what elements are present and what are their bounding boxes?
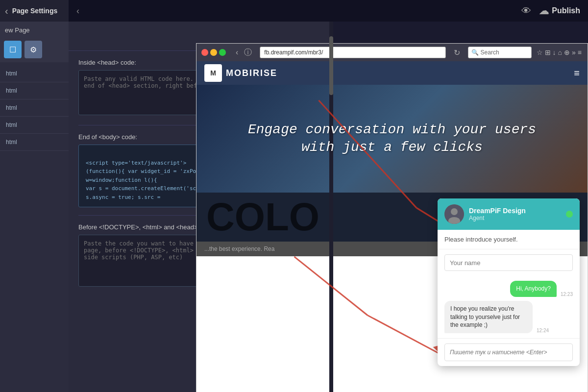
chat-header: DreamPiF Design Agent: [438, 198, 580, 230]
ps-scrollbar-thumb: [329, 36, 333, 95]
logo-icon: M: [204, 64, 222, 82]
browser-info-btn[interactable]: ⓘ: [242, 47, 254, 59]
colo-text: COLO: [206, 195, 319, 240]
more-icon[interactable]: »: [572, 49, 576, 56]
browser-url-text: fb.dreampif.com/mbr3/: [264, 49, 323, 56]
sidebar-items-list: html html html html html: [0, 62, 69, 392]
hero-headline-2: with just a few clicks: [248, 139, 536, 156]
bookmark-icon[interactable]: ⊞: [545, 49, 551, 56]
browser-back-btn[interactable]: ‹: [234, 47, 240, 58]
search-text: Search: [481, 49, 499, 56]
topbar-right: 👁 ☁ Publish: [521, 5, 580, 17]
chat-time-sent: 12:23: [561, 292, 573, 297]
chat-name-input[interactable]: [444, 254, 573, 271]
topbar-back-button[interactable]: ‹: [76, 6, 79, 16]
chat-agent-role: Agent: [469, 215, 561, 221]
back-button[interactable]: ‹: [5, 5, 8, 17]
bottom-bar-text: ...the best experience. Rea: [204, 245, 274, 252]
website-content: M MOBIRISE ≡ Engage conversation with yo…: [196, 61, 588, 392]
sidebar-item-html-4[interactable]: html: [0, 117, 69, 134]
sidebar: ‹ Page Settings ew Page ☐ ⚙ html html ht…: [0, 0, 69, 392]
browser-maximize-btn[interactable]: [219, 49, 226, 56]
sidebar-item-html-1[interactable]: html: [0, 65, 69, 82]
logo-name: MOBIRISE: [226, 68, 277, 78]
publish-button[interactable]: ☁ Publish: [539, 5, 580, 17]
topbar: ‹ 👁 ☁ Publish: [69, 0, 588, 22]
sidebar-header: ‹ Page Settings: [0, 0, 69, 22]
publish-label: Publish: [552, 6, 580, 15]
extension-icon[interactable]: ⊕: [564, 49, 570, 56]
star-icon[interactable]: ☆: [537, 49, 543, 56]
website-hamburger[interactable]: ≡: [574, 68, 580, 79]
chat-messages: 12:23 Hi, Anybody? I hope you realize yo…: [438, 276, 580, 338]
eye-icon[interactable]: 👁: [521, 5, 531, 17]
topbar-left: ‹: [76, 6, 79, 16]
gear-icon-button[interactable]: ⚙: [24, 41, 42, 58]
browser-search-bar[interactable]: 🔍 Search: [468, 47, 532, 58]
hero-text: Engage conversation with your users with…: [248, 121, 536, 157]
download-icon[interactable]: ↓: [553, 49, 556, 56]
chat-message-sent: 12:23 Hi, Anybody?: [444, 281, 573, 297]
svg-line-7: [368, 315, 441, 354]
chat-bubble-sent: Hi, Anybody?: [510, 281, 557, 297]
ps-outer-scrollbar: [329, 22, 333, 392]
sidebar-item-html-5[interactable]: html: [0, 134, 69, 151]
chat-header-info: DreamPiF Design Agent: [469, 207, 561, 221]
hero-headline-1: Engage conversation with your users: [248, 121, 536, 139]
sidebar-title: Page Settings: [12, 7, 58, 15]
page-icon-button[interactable]: ☐: [4, 41, 22, 58]
website-logo: M MOBIRISE: [204, 64, 277, 82]
sidebar-item-html-3[interactable]: html: [0, 99, 69, 117]
chat-message-received: I hope you realize you're talking to you…: [444, 301, 573, 333]
chat-avatar: [444, 204, 464, 224]
home-icon[interactable]: ⌂: [558, 49, 562, 56]
sidebar-item-html-2[interactable]: html: [0, 82, 69, 99]
browser-minimize-btn[interactable]: [210, 49, 217, 56]
chat-input-area: [438, 338, 580, 366]
chat-message-input[interactable]: [444, 343, 573, 361]
browser-refresh-btn[interactable]: ↻: [452, 47, 462, 58]
chat-widget: DreamPiF Design Agent Please introduce y…: [438, 198, 580, 366]
search-icon: 🔍: [471, 49, 479, 56]
chat-bubble-received: I hope you realize you're talking to you…: [444, 301, 533, 333]
upload-icon: ☁: [539, 5, 549, 17]
sidebar-icon-row: ☐ ⚙: [0, 37, 69, 62]
chat-agent-name: DreamPiF Design: [469, 207, 561, 215]
website-hero: Engage conversation with your users with…: [196, 85, 588, 193]
chat-introduce-text: Please introduce yourself.: [438, 230, 580, 249]
chat-time-received: 12:24: [537, 328, 549, 333]
svg-point-1: [451, 208, 458, 215]
page-label: ew Page: [0, 22, 69, 37]
browser-chrome: ‹ ⓘ fb.dreampif.com/mbr3/ ↻ 🔍 Search ☆ ⊞…: [196, 44, 588, 61]
browser-url-bar[interactable]: fb.dreampif.com/mbr3/: [260, 47, 445, 58]
browser-close-btn[interactable]: [201, 49, 208, 56]
browser-toolbar-right: ☆ ⊞ ↓ ⌂ ⊕ » ≡: [534, 49, 585, 56]
browser-nav: ‹ ⓘ: [230, 47, 258, 59]
browser-nav-right: ↻: [448, 47, 466, 58]
chat-online-indicator: [566, 211, 573, 218]
menu-icon[interactable]: ≡: [578, 49, 582, 56]
website-header: M MOBIRISE ≡: [196, 61, 588, 85]
browser-window: ‹ ⓘ fb.dreampif.com/mbr3/ ↻ 🔍 Search ☆ ⊞…: [196, 43, 588, 392]
